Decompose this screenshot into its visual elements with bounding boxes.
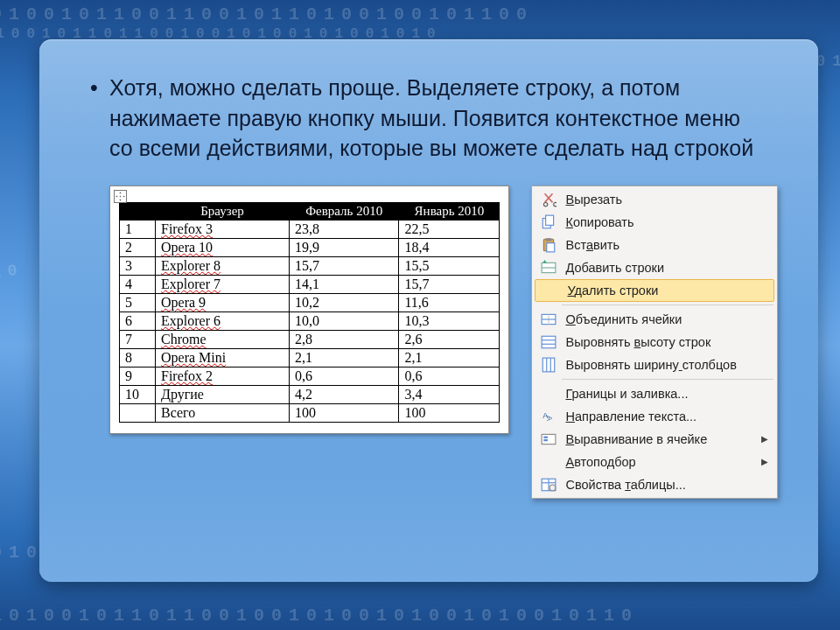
svg-point-24 xyxy=(550,485,556,491)
table-cell: 10,0 xyxy=(290,312,399,330)
menu-item[interactable]: Выровнять ширину столбцов xyxy=(534,354,775,376)
table-cell: 15,7 xyxy=(290,256,399,275)
table-cell: 4 xyxy=(120,275,156,293)
menu-separator xyxy=(562,379,774,380)
table-cell: 3 xyxy=(120,256,156,275)
bullet-paragraph: Хотя, можно сделать проще. Выделяете стр… xyxy=(109,73,760,164)
menu-item[interactable]: Выравнивание в ячейке▶ xyxy=(534,428,775,451)
table-cell: 10,3 xyxy=(399,312,500,330)
table-cell: 6 xyxy=(120,312,156,330)
table-cell: 2,6 xyxy=(399,330,500,348)
menu-item[interactable]: Вырезать xyxy=(534,188,775,211)
table-cell: 10,2 xyxy=(290,293,399,312)
svg-rect-10 xyxy=(542,336,556,348)
table-move-handle-icon[interactable] xyxy=(114,190,127,203)
menu-item-label: Вырезать xyxy=(565,192,763,206)
table-header xyxy=(120,202,156,220)
menu-item-label: Направление текста... xyxy=(565,410,763,424)
table-cell: 10 xyxy=(120,385,156,403)
svg-rect-13 xyxy=(543,358,556,372)
table-cell: Explorer 8 xyxy=(156,256,290,275)
menu-item-label: Копировать xyxy=(565,215,763,229)
submenu-arrow-icon: ▶ xyxy=(761,457,768,466)
table-cell: 4,2 xyxy=(290,385,399,403)
menu-item-label: Выровнять высоту строк xyxy=(565,335,763,349)
copy-icon xyxy=(537,213,560,232)
table-cell: 0,6 xyxy=(399,367,500,385)
distribute-rows-icon xyxy=(537,332,560,352)
menu-item-label: Вставить xyxy=(565,238,763,252)
cut-icon xyxy=(537,190,560,209)
decorative-binary: 10 xyxy=(0,261,25,282)
menu-item-label: Объединить ячейки xyxy=(565,312,763,326)
menu-item[interactable]: Свойства таблицы... xyxy=(534,473,775,496)
table-cell: Explorer 7 xyxy=(156,275,290,293)
menu-separator xyxy=(562,304,774,305)
table-props-icon xyxy=(537,475,560,494)
menu-item-label: Свойства таблицы... xyxy=(565,478,763,492)
table-row: 7Chrome2,82,6 xyxy=(120,330,500,348)
table-cell: 2,1 xyxy=(399,348,500,367)
table-header: Февраль 2010 xyxy=(290,202,399,220)
table-cell: Opera 10 xyxy=(156,238,290,256)
decorative-binary: 1010010110110010010100101001010010110 xyxy=(0,606,639,626)
table-row: 9Firefox 20,60,6 xyxy=(120,367,500,385)
table-row: 10Другие4,23,4 xyxy=(120,385,500,403)
table-cell: Chrome xyxy=(156,330,290,348)
browser-stats-table: БраузерФевраль 2010Январь 2010 1Firefox … xyxy=(119,202,500,423)
svg-rect-19 xyxy=(544,436,549,438)
table-row: 5Opera 910,211,6 xyxy=(120,293,500,312)
table-row: 1Firefox 323,822,5 xyxy=(120,220,500,238)
text-direction-icon: AA xyxy=(537,407,560,426)
table-cell: 14,1 xyxy=(290,275,399,293)
paste-icon xyxy=(537,235,560,255)
table-cell: 5 xyxy=(120,293,156,312)
menu-item[interactable]: Выровнять высоту строк xyxy=(534,331,775,354)
table-cell: 11,6 xyxy=(399,293,500,312)
table-cell: 23,8 xyxy=(290,220,399,238)
table-header: Браузер xyxy=(156,202,290,220)
table-row: 3Explorer 815,715,5 xyxy=(120,256,500,275)
context-menu: ВырезатьКопироватьВставитьДобавить строк… xyxy=(531,186,778,499)
menu-item-label: Добавить строки xyxy=(565,261,763,275)
table-cell: 100 xyxy=(399,403,500,422)
svg-text:A: A xyxy=(545,415,554,420)
distribute-cols-icon xyxy=(537,355,560,374)
menu-item[interactable]: Добавить строки xyxy=(534,256,775,279)
menu-item[interactable]: Удалить строки xyxy=(535,279,774,302)
menu-item[interactable]: Копировать xyxy=(534,211,775,234)
insert-rows-icon xyxy=(537,258,560,277)
menu-item[interactable]: AAНаправление текста... xyxy=(534,405,775,428)
table-cell: 15,7 xyxy=(399,275,500,293)
table-cell: 7 xyxy=(120,330,156,348)
table-cell: 2,8 xyxy=(290,330,399,348)
svg-rect-4 xyxy=(547,242,555,251)
align-cell-icon xyxy=(537,430,560,449)
menu-item-label: Выравнивание в ячейке xyxy=(565,432,763,446)
svg-rect-3 xyxy=(546,238,552,241)
menu-item-label: Границы и заливка... xyxy=(565,387,763,401)
menu-item[interactable]: Автоподбор▶ xyxy=(534,451,775,473)
slide-panel: Хотя, можно сделать проще. Выделяете стр… xyxy=(39,39,818,582)
submenu-arrow-icon: ▶ xyxy=(761,434,768,444)
table-cell: 2 xyxy=(120,238,156,256)
menu-icon-blank xyxy=(537,452,560,472)
table-cell: 1 xyxy=(120,220,156,238)
menu-item[interactable]: Границы и заливка... xyxy=(534,382,775,405)
table-cell: 19,9 xyxy=(290,238,399,256)
menu-item-label: Автоподбор xyxy=(565,455,763,469)
merge-cells-icon xyxy=(537,310,560,329)
table-row: 4Explorer 714,115,7 xyxy=(120,275,500,293)
svg-rect-20 xyxy=(544,439,549,441)
menu-item-label: Удалить строки xyxy=(567,284,761,298)
table-cell: 0,6 xyxy=(290,367,399,385)
menu-item-label: Выровнять ширину столбцов xyxy=(565,358,763,372)
menu-icon-blank xyxy=(537,384,560,403)
table-cell: 100 xyxy=(290,403,399,422)
svg-rect-1 xyxy=(546,215,554,225)
table-cell: 9 xyxy=(120,367,156,385)
table-row: 8Opera Mini2,12,1 xyxy=(120,348,500,367)
menu-item[interactable]: Объединить ячейки xyxy=(534,308,775,331)
menu-item[interactable]: Вставить xyxy=(534,234,775,256)
table-cell: 3,4 xyxy=(399,385,500,403)
